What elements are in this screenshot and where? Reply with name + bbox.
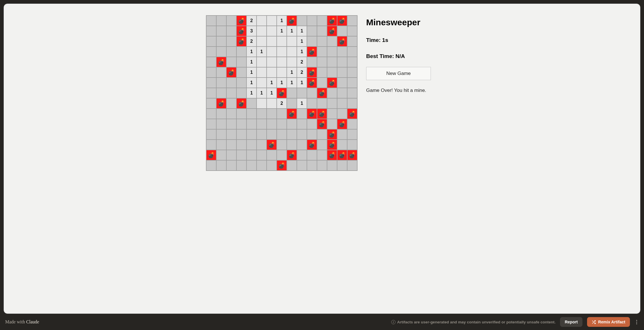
cell[interactable]: 1: [246, 78, 257, 88]
cell[interactable]: 1: [297, 47, 307, 57]
cell[interactable]: [317, 140, 327, 150]
cell[interactable]: 1: [267, 88, 277, 98]
cell[interactable]: [206, 36, 216, 47]
cell[interactable]: [236, 140, 246, 150]
cell[interactable]: [257, 67, 267, 78]
made-with-claude[interactable]: Made with Claude: [5, 319, 39, 325]
cell[interactable]: [317, 78, 327, 88]
cell[interactable]: 💣: [337, 119, 347, 129]
cell[interactable]: 💣: [327, 129, 337, 140]
cell[interactable]: [236, 47, 246, 57]
cell[interactable]: [226, 129, 236, 140]
cell[interactable]: 2: [246, 16, 257, 26]
cell[interactable]: [226, 98, 236, 109]
cell[interactable]: [257, 78, 267, 88]
cell[interactable]: [257, 119, 267, 129]
more-menu-button[interactable]: [635, 318, 639, 327]
cell[interactable]: [236, 150, 246, 160]
cell[interactable]: 1: [246, 88, 257, 98]
cell[interactable]: [246, 150, 257, 160]
cell[interactable]: [307, 160, 317, 171]
cell[interactable]: [277, 36, 287, 47]
cell[interactable]: [206, 26, 216, 36]
cell[interactable]: [267, 57, 277, 67]
cell[interactable]: [337, 140, 347, 150]
remix-artifact-button[interactable]: Remix Artifact: [587, 317, 630, 327]
cell[interactable]: [257, 26, 267, 36]
cell[interactable]: 1: [246, 47, 257, 57]
minesweeper-board[interactable]: 💣21💣💣💣💣3111💣💣21💣111💣💣12💣112💣11111💣💣111💣💣…: [206, 15, 358, 171]
cell[interactable]: 💣: [337, 36, 347, 47]
cell[interactable]: [257, 160, 267, 171]
cell[interactable]: 💣: [337, 16, 347, 26]
cell[interactable]: [206, 57, 216, 67]
cell[interactable]: 💣: [307, 140, 317, 150]
cell[interactable]: [226, 36, 236, 47]
cell[interactable]: [236, 88, 246, 98]
cell[interactable]: [257, 150, 267, 160]
cell[interactable]: [226, 47, 236, 57]
cell[interactable]: [287, 129, 297, 140]
cell[interactable]: 💣: [307, 78, 317, 88]
cell[interactable]: [297, 119, 307, 129]
cell[interactable]: 💣: [277, 88, 287, 98]
cell[interactable]: [307, 36, 317, 47]
cell[interactable]: [297, 109, 307, 119]
cell[interactable]: [337, 26, 347, 36]
cell[interactable]: [236, 78, 246, 88]
cell[interactable]: 💣: [287, 16, 297, 26]
cell[interactable]: [327, 47, 337, 57]
cell[interactable]: 1: [277, 16, 287, 26]
cell[interactable]: [317, 67, 327, 78]
cell[interactable]: [337, 129, 347, 140]
cell[interactable]: [226, 160, 236, 171]
cell[interactable]: [347, 36, 357, 47]
cell[interactable]: [297, 16, 307, 26]
cell[interactable]: [216, 119, 226, 129]
cell[interactable]: [206, 98, 216, 109]
cell[interactable]: 1: [277, 78, 287, 88]
cell[interactable]: [206, 88, 216, 98]
cell[interactable]: [317, 36, 327, 47]
cell[interactable]: [277, 109, 287, 119]
cell[interactable]: 💣: [317, 119, 327, 129]
cell[interactable]: [257, 129, 267, 140]
cell[interactable]: [317, 47, 327, 57]
cell[interactable]: [226, 57, 236, 67]
cell[interactable]: 1: [267, 78, 277, 88]
cell[interactable]: 1: [297, 36, 307, 47]
cell[interactable]: [226, 78, 236, 88]
cell[interactable]: [226, 26, 236, 36]
cell[interactable]: [267, 109, 277, 119]
cell[interactable]: [347, 16, 357, 26]
cell[interactable]: [287, 57, 297, 67]
cell[interactable]: 2: [277, 98, 287, 109]
cell[interactable]: [297, 140, 307, 150]
cell[interactable]: [347, 47, 357, 57]
cell[interactable]: [347, 26, 357, 36]
cell[interactable]: [287, 36, 297, 47]
cell[interactable]: [216, 129, 226, 140]
cell[interactable]: [337, 78, 347, 88]
cell[interactable]: [287, 119, 297, 129]
cell[interactable]: [287, 98, 297, 109]
cell[interactable]: 1: [297, 98, 307, 109]
cell[interactable]: 1: [257, 88, 267, 98]
cell[interactable]: [267, 47, 277, 57]
cell[interactable]: [277, 150, 287, 160]
cell[interactable]: [267, 16, 277, 26]
cell[interactable]: 💣: [307, 47, 317, 57]
cell[interactable]: [226, 16, 236, 26]
cell[interactable]: 💣: [317, 88, 327, 98]
cell[interactable]: [267, 98, 277, 109]
cell[interactable]: [297, 150, 307, 160]
cell[interactable]: [327, 98, 337, 109]
cell[interactable]: [216, 160, 226, 171]
cell[interactable]: [287, 160, 297, 171]
cell[interactable]: [347, 88, 357, 98]
cell[interactable]: 1: [297, 78, 307, 88]
cell[interactable]: [206, 109, 216, 119]
cell[interactable]: [307, 26, 317, 36]
cell[interactable]: [236, 119, 246, 129]
cell[interactable]: [297, 88, 307, 98]
